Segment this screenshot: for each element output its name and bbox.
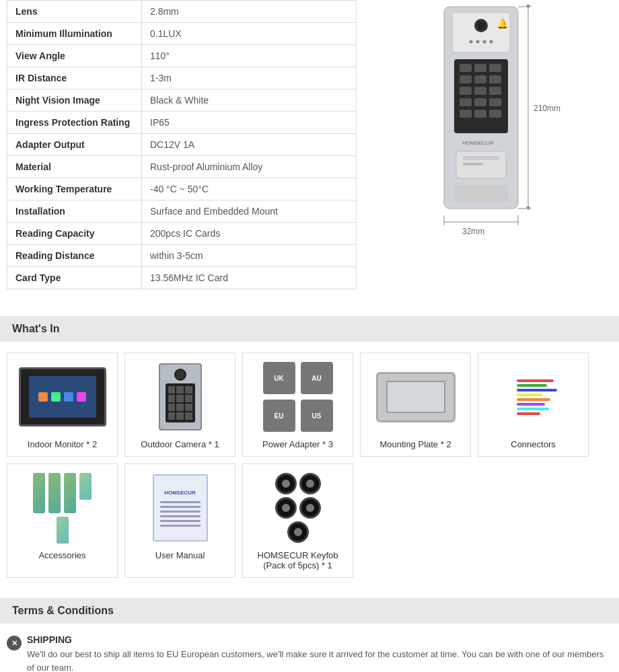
svg-rect-18 — [489, 87, 501, 95]
spec-value: 1-3m — [142, 67, 357, 89]
table-row: View Angle110° — [7, 45, 357, 67]
item-image — [133, 360, 227, 434]
terms-title: Terms & Conditions — [12, 605, 114, 616]
svg-rect-12 — [489, 64, 501, 72]
spec-value: within 3-5cm — [142, 245, 357, 267]
spec-value: DC12V 1A — [142, 134, 357, 156]
spec-value: 13.56MHz IC Card — [142, 267, 357, 289]
svg-text:HOMSECUR: HOMSECUR — [462, 140, 494, 146]
table-row: Lens2.8mm — [7, 1, 357, 23]
item-image — [251, 471, 345, 545]
item-card: Connectors — [478, 352, 589, 457]
table-row: Reading Distancewithin 3-5cm — [7, 245, 357, 267]
item-image — [15, 471, 110, 545]
item-image: HOMSECUR — [133, 471, 227, 545]
spec-label: Material — [7, 156, 142, 178]
item-card: Indoor Monitor * 2 — [7, 352, 118, 457]
item-label: Accessories — [38, 550, 85, 560]
item-card: HOMSECUR User Manual — [124, 463, 235, 578]
spec-label: Card Type — [7, 267, 142, 289]
item-image: UKAUEUUS — [251, 360, 345, 434]
device-svg: 🔔 HOMSECUR — [404, 0, 565, 242]
table-row: Working Temperature-40 °C ~ 50°C — [7, 178, 357, 200]
svg-rect-10 — [460, 64, 472, 72]
spec-value: Black & White — [142, 89, 357, 112]
svg-point-7 — [490, 40, 493, 44]
shipping-content: SHIPPING We'll do our best to ship all i… — [27, 634, 612, 672]
spec-label: View Angle — [7, 45, 142, 67]
terms-section: Terms & Conditions — [0, 598, 619, 624]
table-row: Minimum Illumination0.1LUX — [7, 23, 357, 45]
spec-label: Installation — [7, 200, 142, 223]
shipping-icon: ✕ — [7, 636, 22, 650]
image-wrapper: 🔔 HOMSECUR — [357, 0, 612, 244]
table-row: Adapter OutputDC12V 1A — [7, 134, 357, 156]
svg-rect-24 — [489, 110, 501, 118]
spec-label: Night Vision Image — [7, 89, 142, 112]
table-row: MaterialRust-proof Aluminium Alloy — [7, 156, 357, 178]
item-image — [15, 360, 110, 434]
device-illustration: 🔔 HOMSECUR — [404, 0, 565, 244]
top-section: Lens2.8mmMinimum Illumination0.1LUXView … — [0, 0, 619, 316]
svg-rect-28 — [463, 163, 483, 165]
items-grid: Indoor Monitor * 2 Outdoor Camera * 1 UK… — [7, 352, 612, 578]
whats-in-section: What's In Indoor Monitor * 2 — [0, 316, 619, 598]
svg-rect-21 — [489, 98, 501, 106]
item-label: User Manual — [155, 550, 205, 560]
item-image — [369, 360, 463, 434]
svg-point-4 — [470, 40, 473, 44]
svg-rect-13 — [460, 75, 472, 83]
svg-rect-14 — [474, 75, 486, 83]
table-row: IR Distance1-3m — [7, 67, 357, 89]
svg-text:🔔: 🔔 — [497, 18, 509, 30]
svg-point-5 — [476, 40, 480, 44]
table-row: Reading Capacity200pcs IC Cards — [7, 223, 357, 245]
svg-text:210mm: 210mm — [534, 104, 560, 113]
spec-label: Working Temperature — [7, 178, 142, 200]
shipping-section: ✕ SHIPPING We'll do our best to ship all… — [0, 634, 619, 672]
shipping-title: SHIPPING — [27, 634, 612, 645]
spec-value: Rust-proof Aluminium Alloy — [142, 156, 357, 178]
item-label: Outdoor Camera * 1 — [141, 439, 219, 449]
item-label: Mounting Plate * 2 — [379, 439, 451, 449]
spec-value: 2.8mm — [142, 1, 357, 23]
spec-label: Ingress Protection Rating — [7, 112, 142, 134]
whats-in-header: What's In — [0, 316, 619, 342]
spec-label: Lens — [7, 1, 142, 23]
spec-value: 110° — [142, 45, 357, 67]
item-card: Outdoor Camera * 1 — [124, 352, 235, 457]
item-card: UKAUEUUS Power Adapter * 3 — [242, 352, 353, 457]
spec-label: Adapter Output — [7, 134, 142, 156]
svg-rect-16 — [460, 87, 472, 95]
whats-in-content: Indoor Monitor * 2 Outdoor Camera * 1 UK… — [0, 352, 619, 598]
spec-value: IP65 — [142, 112, 357, 134]
svg-rect-20 — [474, 98, 486, 106]
shipping-text: We'll do our best to ship all items to E… — [27, 648, 612, 672]
svg-text:32mm: 32mm — [462, 227, 484, 236]
whats-in-title: What's In — [12, 323, 59, 334]
item-label: Power Adapter * 3 — [262, 439, 333, 449]
svg-rect-17 — [474, 87, 486, 95]
item-label: Connectors — [511, 439, 555, 449]
svg-rect-23 — [474, 110, 486, 118]
svg-rect-19 — [460, 98, 472, 106]
item-card: Mounting Plate * 2 — [360, 352, 471, 457]
item-card: Accessories — [7, 463, 118, 578]
spec-value: Surface and Embedded Mount — [142, 200, 357, 223]
svg-rect-11 — [474, 64, 486, 72]
table-row: Card Type13.56MHz IC Card — [7, 267, 357, 289]
spec-label: IR Distance — [7, 67, 142, 89]
svg-rect-22 — [460, 110, 472, 118]
svg-point-6 — [483, 40, 486, 44]
specs-wrapper: Lens2.8mmMinimum Illumination0.1LUXView … — [7, 0, 357, 303]
item-label: Indoor Monitor * 2 — [28, 439, 97, 449]
svg-point-3 — [477, 22, 485, 30]
specs-table: Lens2.8mmMinimum Illumination0.1LUXView … — [7, 0, 357, 289]
item-label: HOMSECUR Keyfob (Pack of 5pcs) * 1 — [258, 550, 338, 570]
svg-rect-15 — [489, 75, 501, 83]
spec-label: Reading Capacity — [7, 223, 142, 245]
spec-label: Reading Distance — [7, 245, 142, 267]
item-card: HOMSECUR Keyfob (Pack of 5pcs) * 1 — [242, 463, 353, 578]
terms-header: Terms & Conditions — [0, 598, 619, 624]
spec-label: Minimum Illumination — [7, 23, 142, 45]
